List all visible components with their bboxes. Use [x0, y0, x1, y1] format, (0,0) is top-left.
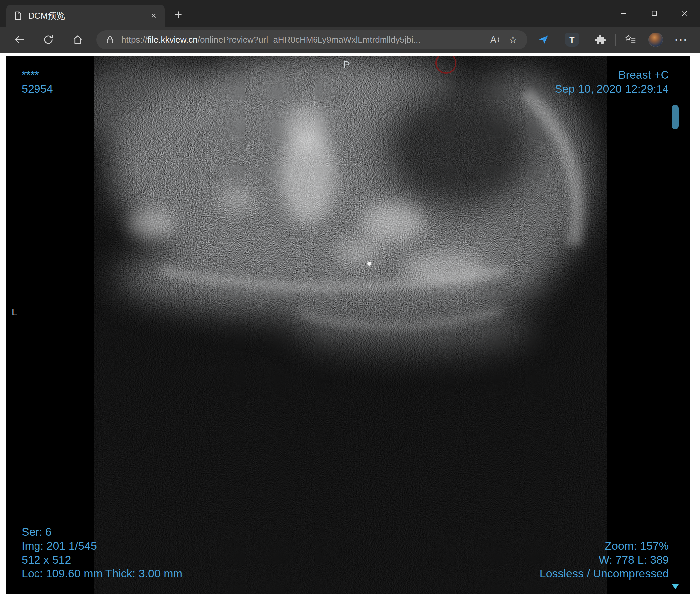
favorites-bar-button[interactable]: [621, 30, 640, 49]
image-number: Img: 201 1/545: [22, 539, 182, 552]
patient-number: 52954: [22, 82, 53, 96]
star-list-icon: [624, 34, 636, 46]
overlay-top-right: Breast +C Sep 10, 2020 12:29:14: [555, 68, 669, 96]
tab-title: DCM预览: [28, 10, 147, 22]
maximize-button[interactable]: [639, 0, 670, 27]
lock-icon[interactable]: [103, 33, 117, 47]
page-content: **** 52954 Breast +C Sep 10, 2020 12:29:…: [0, 53, 700, 597]
tab-close-icon[interactable]: [147, 9, 160, 22]
favorite-button[interactable]: ☆: [504, 32, 522, 48]
overlay-top-left: **** 52954: [22, 68, 53, 96]
back-button[interactable]: [10, 30, 28, 49]
mri-image: [94, 56, 607, 594]
sound-wave-icon: [497, 35, 501, 45]
paper-plane-icon: [538, 34, 549, 46]
new-tab-button[interactable]: [171, 7, 186, 22]
overlay-bottom-right: Zoom: 157% W: 778 L: 389 Lossless / Unco…: [540, 539, 669, 580]
series-number: Ser: 6: [22, 525, 182, 539]
orientation-marker-left: L: [11, 307, 17, 318]
viewer-scrollbar-thumb[interactable]: [672, 105, 679, 129]
read-aloud-button[interactable]: A: [487, 32, 504, 48]
url-scheme: https://: [121, 35, 147, 45]
overlay-bottom-left: Ser: 6 Img: 201 1/545 512 x 512 Loc: 109…: [22, 525, 182, 580]
zoom-level: Zoom: 157%: [540, 539, 669, 552]
compression-info: Lossless / Uncompressed: [540, 567, 669, 580]
settings-more-button[interactable]: ⋯: [672, 30, 690, 49]
window-level: W: 778 L: 389: [540, 552, 669, 567]
extension-t-letter: T: [569, 35, 574, 45]
document-favicon-icon: [13, 10, 23, 21]
home-button[interactable]: [68, 30, 87, 49]
study-description: Breast +C: [555, 68, 669, 82]
extension-t-icon: T: [565, 33, 579, 47]
browser-toolbar: https://file.kkview.cn/onlinePreview?url…: [0, 27, 700, 53]
url-path: /onlinePreview?url=aHR0cHM6Ly9maWxlLmtrd…: [198, 35, 421, 45]
orientation-marker-posterior: P: [343, 59, 350, 70]
slice-location: Loc: 109.60 mm Thick: 3.00 mm: [22, 567, 182, 580]
read-aloud-letter: A: [490, 35, 496, 45]
extensions-button[interactable]: [591, 30, 610, 49]
close-button[interactable]: [670, 0, 700, 27]
dicom-viewer[interactable]: **** 52954 Breast +C Sep 10, 2020 12:29:…: [6, 56, 690, 594]
toolbar-separator: [615, 34, 616, 46]
extension-t-button[interactable]: T: [562, 30, 581, 49]
browser-titlebar: DCM预览: [0, 0, 700, 27]
study-datetime: Sep 10, 2020 12:29:14: [555, 82, 669, 96]
minimize-button[interactable]: [608, 0, 639, 27]
ellipsis-icon: ⋯: [674, 33, 688, 47]
scroll-down-arrow-icon[interactable]: [672, 585, 679, 589]
profile-avatar[interactable]: [648, 32, 663, 47]
puzzle-icon: [595, 34, 606, 46]
address-bar[interactable]: https://file.kkview.cn/onlinePreview?url…: [96, 30, 527, 49]
url-text[interactable]: https://file.kkview.cn/onlinePreview?url…: [121, 35, 487, 45]
star-icon: ☆: [508, 34, 518, 46]
browser-tab[interactable]: DCM预览: [6, 5, 165, 27]
refresh-button[interactable]: [39, 30, 58, 49]
patient-id-masked: ****: [22, 68, 53, 82]
url-host: file.kkview.cn: [147, 35, 198, 45]
extension-blue-icon[interactable]: [534, 30, 553, 49]
image-matrix: 512 x 512: [22, 552, 182, 567]
window-controls: [608, 0, 700, 27]
